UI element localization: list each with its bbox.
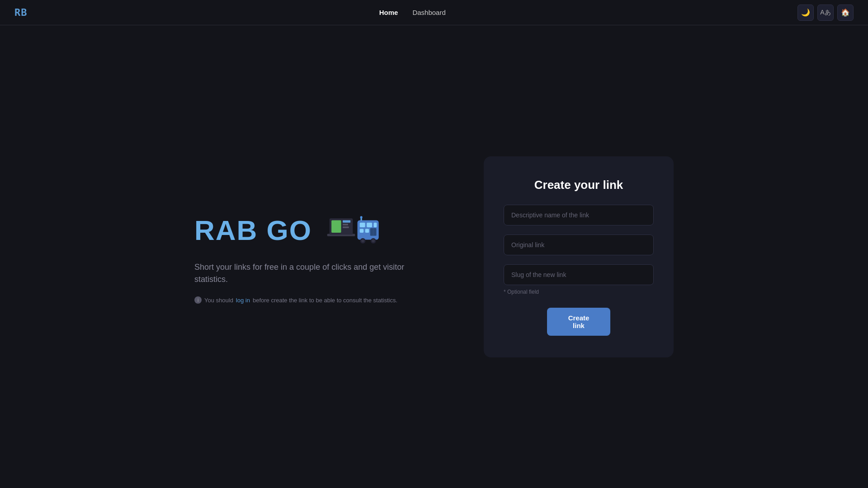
svg-rect-8 (367, 223, 372, 227)
home-button[interactable]: 🏠 (837, 5, 854, 21)
nav-home[interactable]: Home (379, 9, 398, 16)
hero-description: Short your links for free in a couple of… (194, 261, 411, 286)
svg-rect-3 (343, 221, 350, 223)
home-icon: 🏠 (841, 8, 850, 17)
hero-top: RAB GO (194, 210, 411, 250)
svg-rect-5 (343, 226, 349, 228)
svg-rect-9 (374, 223, 377, 227)
dark-mode-button[interactable]: 🌙 (797, 5, 814, 21)
info-icon: i (194, 296, 202, 304)
svg-point-19 (360, 216, 363, 218)
svg-point-17 (372, 239, 375, 243)
translate-button[interactable]: Aあ (817, 5, 834, 21)
left-section: RAB GO (194, 210, 411, 304)
login-hint-post: before create the link to be able to con… (253, 297, 397, 304)
create-link-button[interactable]: Create link (547, 308, 610, 336)
form-card: Create your link * Optional field Create… (484, 156, 674, 357)
navbar-actions: 🌙 Aあ 🏠 (797, 5, 854, 21)
optional-label: * Optional field (504, 289, 654, 295)
svg-rect-7 (360, 223, 365, 227)
logo-text: RB (14, 7, 28, 18)
link-name-input[interactable] (504, 205, 654, 225)
slug-input[interactable] (504, 264, 654, 285)
main-content: RAB GO (0, 25, 868, 488)
hero-illustration (326, 210, 381, 250)
nav-dashboard[interactable]: Dashboard (412, 9, 445, 16)
moon-icon: 🌙 (801, 8, 810, 17)
logo[interactable]: RB (14, 7, 28, 18)
svg-rect-10 (360, 229, 364, 233)
svg-rect-2 (331, 221, 341, 233)
original-link-input[interactable] (504, 235, 654, 255)
navbar: RB Home Dashboard 🌙 Aあ 🏠 (0, 0, 868, 25)
translate-icon: Aあ (820, 9, 830, 17)
svg-rect-11 (365, 229, 369, 233)
login-hint: i You should log in before create the li… (194, 296, 411, 304)
login-link[interactable]: log in (236, 297, 250, 304)
login-hint-pre: You should (204, 297, 233, 304)
svg-rect-4 (343, 224, 348, 225)
svg-point-15 (361, 239, 364, 243)
form-title: Create your link (504, 178, 654, 192)
hero-title: RAB GO (194, 214, 312, 246)
nav-links: Home Dashboard (379, 9, 446, 16)
